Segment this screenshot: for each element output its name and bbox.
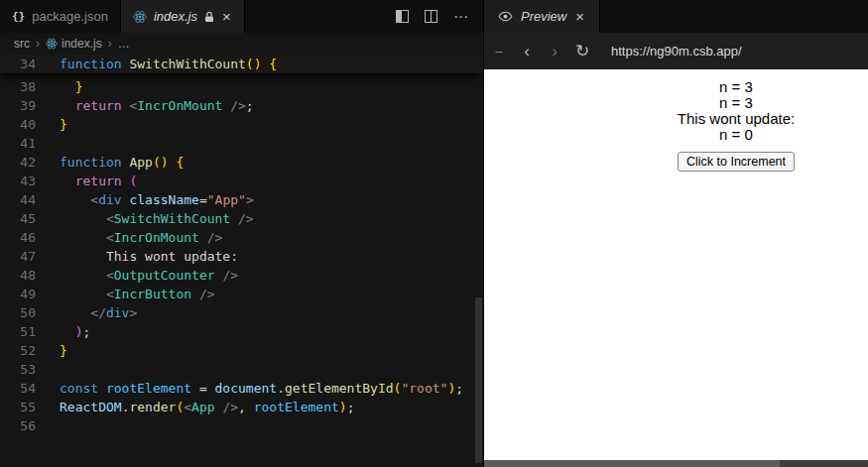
editor-toolbar: ⋯: [396, 0, 483, 33]
lock-icon: [204, 11, 214, 23]
react-icon: [46, 38, 58, 50]
chevron-right-icon: ›: [36, 37, 40, 51]
line-number: 52: [0, 341, 36, 360]
code-line[interactable]: 48 <OutputCounter />: [0, 266, 483, 285]
increment-button[interactable]: Click to Increment: [678, 152, 795, 172]
line-number: 43: [0, 172, 36, 190]
line-number: 44: [0, 190, 36, 209]
preview-output-line: n = 0: [484, 127, 868, 143]
tab-index-js[interactable]: index.js ×: [121, 0, 245, 33]
line-number: 53: [0, 360, 36, 379]
code-text: <IncrButton />: [36, 285, 215, 303]
code-line[interactable]: 40}: [0, 115, 483, 134]
drag-handle-icon[interactable]: –: [492, 45, 506, 58]
code-line[interactable]: 38 }: [0, 77, 483, 96]
preview-output: n = 3n = 3This wont update:n = 0: [484, 79, 868, 143]
code-line[interactable]: 46 <IncrOnMount />: [0, 228, 483, 247]
code-text: function App() {: [36, 153, 184, 172]
preview-output-line: n = 3: [484, 79, 868, 95]
eye-icon: [498, 9, 513, 24]
breadcrumb-item-src[interactable]: src: [14, 37, 30, 51]
line-number: 46: [0, 228, 36, 247]
preview-pane: Preview × – ‹ › ↻ https://ng90m.csb.app/…: [483, 0, 868, 467]
code-text: </div>: [36, 303, 137, 322]
code-text: <OutputCounter />: [36, 266, 238, 285]
close-icon[interactable]: ×: [221, 9, 232, 24]
line-number: 34: [0, 55, 36, 73]
line-number: 41: [0, 134, 36, 153]
code-line[interactable]: 49 <IncrButton />: [0, 285, 483, 303]
tab-package-json[interactable]: {} package.json: [0, 0, 121, 33]
code-line[interactable]: 45 <SwitchWithCount />: [0, 209, 483, 228]
code-line[interactable]: 39 return <IncrOnMount />;: [0, 96, 483, 115]
breadcrumb-file-label: index.js: [62, 37, 102, 51]
preview-tabbar: Preview ×: [484, 0, 868, 33]
tab-label: index.js: [154, 9, 197, 24]
preview-horizontal-scrollbar[interactable]: [484, 460, 868, 467]
line-number: 49: [0, 285, 36, 303]
code-text: <div className="App">: [36, 190, 254, 209]
code-text: return <IncrOnMount />;: [36, 96, 254, 115]
tab-preview[interactable]: Preview ×: [484, 0, 600, 33]
line-number: 38: [0, 77, 36, 96]
editor-tabbar: {} package.json index.js: [0, 0, 483, 33]
back-icon[interactable]: ‹: [520, 43, 534, 59]
code-text: This wont update:: [36, 247, 238, 266]
app-window: {} package.json index.js: [0, 0, 868, 467]
react-icon: [133, 10, 147, 24]
code-text: const rootElement = document.getElementB…: [36, 379, 463, 398]
code-text: [36, 360, 60, 379]
sticky-scroll-line[interactable]: 34function SwitchWithCount() {: [0, 55, 483, 73]
code-text: }: [36, 77, 82, 96]
code-text: function SwitchWithCount() {: [36, 55, 277, 73]
line-number: 51: [0, 322, 36, 341]
code-line[interactable]: 44 <div className="App">: [0, 190, 483, 209]
tab-label: package.json: [32, 9, 108, 24]
line-number: 39: [0, 96, 36, 115]
tab-label: Preview: [521, 9, 566, 24]
code-line[interactable]: 42function App() {: [0, 153, 483, 172]
url-bar[interactable]: https://ng90m.csb.app/: [611, 44, 862, 58]
code-text: <SwitchWithCount />: [36, 209, 254, 228]
browser-navbar: – ‹ › ↻ https://ng90m.csb.app/: [484, 33, 868, 69]
code-text: }: [36, 341, 67, 360]
code-line[interactable]: 52}: [0, 341, 483, 360]
preview-output-line: This wont update:: [484, 111, 868, 127]
split-editor-icon[interactable]: [425, 10, 437, 23]
code-text: [36, 416, 60, 435]
code-editor[interactable]: 34function SwitchWithCount() { 38 }39 re…: [0, 55, 483, 467]
forward-icon[interactable]: ›: [548, 43, 561, 59]
line-number: 56: [0, 416, 36, 435]
code-text: [36, 134, 60, 153]
editor-vertical-scrollbar[interactable]: [474, 55, 483, 467]
tabbar-spacer: [245, 0, 396, 33]
close-icon[interactable]: ×: [574, 9, 585, 24]
editor-pane: {} package.json index.js: [0, 0, 483, 467]
scrollbar-thumb[interactable]: [484, 460, 780, 467]
line-number: 47: [0, 247, 36, 266]
more-actions-icon[interactable]: ⋯: [453, 8, 469, 26]
breadcrumb-item-symbol[interactable]: …: [118, 37, 130, 51]
code-line[interactable]: 56: [0, 416, 483, 435]
code-line[interactable]: 43 return (: [0, 172, 483, 190]
code-line[interactable]: 55ReactDOM.render(<App />, rootElement);: [0, 398, 483, 416]
code-line[interactable]: 50 </div>: [0, 303, 483, 322]
line-number: 45: [0, 209, 36, 228]
code-line[interactable]: 41: [0, 134, 483, 153]
line-number: 55: [0, 398, 36, 416]
breadcrumb-item-file[interactable]: index.js: [46, 37, 102, 51]
code-line[interactable]: 53: [0, 360, 483, 379]
code-text: );: [36, 322, 90, 341]
code-line[interactable]: 51 );: [0, 322, 483, 341]
line-number: 40: [0, 115, 36, 134]
toggle-sidebar-icon[interactable]: [396, 10, 409, 23]
line-number: 42: [0, 153, 36, 172]
code-lines: 38 }39 return <IncrOnMount />;40}4142fun…: [0, 77, 483, 435]
code-line[interactable]: 54const rootElement = document.getElemen…: [0, 379, 483, 398]
code-line[interactable]: 47 This wont update:: [0, 247, 483, 266]
refresh-icon[interactable]: ↻: [575, 43, 589, 59]
code-text: return (: [36, 172, 137, 190]
scrollbar-thumb[interactable]: [475, 297, 482, 462]
line-number: 50: [0, 303, 36, 322]
preview-output-line: n = 3: [484, 95, 868, 111]
